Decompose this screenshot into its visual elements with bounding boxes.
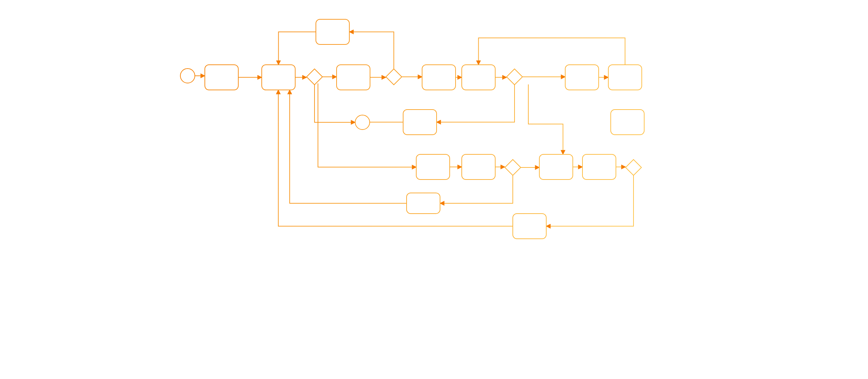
flow-arrow — [478, 38, 625, 65]
flow-arrow — [349, 32, 394, 69]
task-box — [416, 154, 450, 180]
task-box — [316, 19, 349, 44]
gateway-icon — [505, 160, 521, 175]
flow-arrow — [528, 84, 563, 154]
flow-arrow — [315, 85, 355, 122]
task-box — [462, 65, 495, 90]
task-box — [611, 110, 644, 135]
task-box — [513, 214, 546, 239]
flow-arrow — [290, 90, 407, 203]
task-box — [608, 65, 642, 90]
gateway-icon — [307, 69, 322, 85]
task-box — [407, 193, 440, 214]
task-box — [337, 65, 370, 90]
flow-arrow — [546, 175, 633, 226]
task-box — [462, 154, 495, 180]
task-box — [262, 65, 295, 90]
flow-arrow — [437, 85, 515, 122]
task-box — [565, 65, 599, 90]
gateway-icon — [386, 69, 402, 85]
task-box — [205, 65, 238, 90]
task-box — [422, 65, 456, 90]
gateway-icon — [626, 160, 641, 175]
bpmn-diagram — [169, 0, 700, 241]
task-box — [403, 110, 437, 135]
start-event-icon — [180, 69, 195, 83]
flow-arrow — [278, 32, 316, 65]
end-event-icon — [355, 115, 370, 130]
task-box — [582, 154, 616, 180]
task-box — [539, 154, 573, 180]
gateway-icon — [507, 69, 522, 85]
